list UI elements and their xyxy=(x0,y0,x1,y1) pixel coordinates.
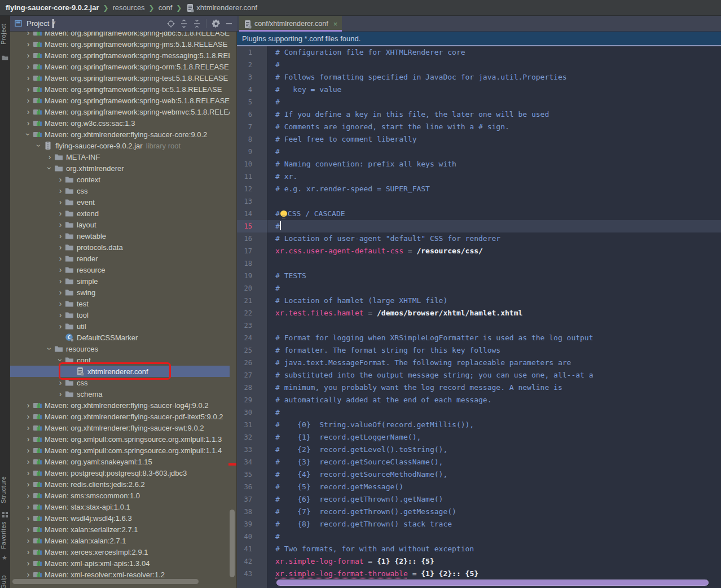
code-line-22[interactable]: 22xr.test.files.hamlet = /demos/browser/… xyxy=(237,307,721,319)
tree-item-maven-xalan-xalan-2-7-1[interactable]: ›Maven: xalan:xalan:2.7.1 xyxy=(10,535,230,546)
chevron-collapsed-icon[interactable]: › xyxy=(24,525,33,534)
tree-item-maven-org-springframework-spring-tx-5-1-[interactable]: ›Maven: org.springframework:spring-tx:5.… xyxy=(10,84,230,95)
chevron-collapsed-icon[interactable]: › xyxy=(56,277,65,286)
tree-item-maven-org-xhtmlrenderer-flying-saucer-co[interactable]: ›Maven: org.xhtmlrenderer:flying-saucer-… xyxy=(10,129,230,140)
expand-all-icon[interactable] xyxy=(179,19,188,28)
tree-item-resource[interactable]: ›resource xyxy=(10,264,230,275)
chevron-collapsed-icon[interactable]: › xyxy=(45,152,54,161)
code-line-30[interactable]: 30# xyxy=(237,406,721,419)
code-line-29[interactable]: 29# automatically added at the end of ea… xyxy=(237,394,721,406)
tree-item-defaultcssmarker[interactable]: CDefaultCSSMarker xyxy=(10,332,230,343)
code-line-6[interactable]: 6# If you define a key in this file, the… xyxy=(237,108,721,121)
chevron-down-icon[interactable]: ▾ xyxy=(52,19,54,28)
chevron-expanded-icon[interactable]: › xyxy=(34,141,43,150)
code-line-42[interactable]: 42xr.simple-log-format = {1} {2}:: {5} xyxy=(237,555,721,568)
code-line-39[interactable]: 39# {8} record.getThrown() stack trace xyxy=(237,518,721,530)
code-line-24[interactable]: 24# Format for logging when XRSimpleLogF… xyxy=(237,332,721,344)
chevron-collapsed-icon[interactable]: › xyxy=(24,62,33,71)
chevron-collapsed-icon[interactable]: › xyxy=(56,231,65,240)
code-line-3[interactable]: 3# Follows formatting specified in JavaD… xyxy=(237,71,721,84)
code-line-36[interactable]: 36# {5} record.getMessage() xyxy=(237,481,721,493)
project-panel-title[interactable]: Project xyxy=(27,19,49,28)
code-line-7[interactable]: 7# Comments are ignored, start the line … xyxy=(237,121,721,133)
tree-item-protocols-data[interactable]: ›protocols.data xyxy=(10,242,230,253)
chevron-collapsed-icon[interactable]: › xyxy=(24,502,33,511)
tree-item-simple[interactable]: ›simple xyxy=(10,275,230,287)
breadcrumb-segment-file[interactable]: xhtmlrenderer.conf xyxy=(196,3,257,12)
tree-item-maven-postgresql-postgresql-8-3-603-jdbc[interactable]: ›Maven: postgresql:postgresql:8.3-603.jd… xyxy=(10,467,230,479)
chevron-collapsed-icon[interactable]: › xyxy=(56,389,65,398)
hide-panel-icon[interactable] xyxy=(224,19,234,28)
tree-item-maven-org-springframework-spring-webmvc-[interactable]: ›Maven: org.springframework:spring-webmv… xyxy=(10,106,230,117)
code-line-18[interactable]: 18 xyxy=(237,257,721,270)
chevron-collapsed-icon[interactable]: › xyxy=(24,446,33,455)
code-line-21[interactable]: 21# Location of hamlet (large XHTML file… xyxy=(237,295,721,307)
breadcrumb-segment-resources[interactable]: resources xyxy=(113,3,145,12)
tree-item-maven-xml-apis-xml-apis-1-3-04[interactable]: ›Maven: xml-apis:xml-apis:1.3.04 xyxy=(10,558,230,569)
tree-item-css[interactable]: ›css xyxy=(10,185,230,196)
chevron-collapsed-icon[interactable]: › xyxy=(56,198,65,207)
editor-horizontal-scrollbar[interactable] xyxy=(276,580,709,586)
panel-vertical-scrollbar[interactable] xyxy=(230,510,235,577)
tree-item-maven-org-yaml-snakeyaml-1-15[interactable]: ›Maven: org.yaml:snakeyaml:1.15 xyxy=(10,456,230,467)
code-line-35[interactable]: 35# {4} record.getSourceMethodName(), xyxy=(237,468,721,481)
chevron-collapsed-icon[interactable]: › xyxy=(56,220,65,229)
chevron-collapsed-icon[interactable]: › xyxy=(56,186,65,195)
tree-item-maven-org-springframework-spring-messagi[interactable]: ›Maven: org.springframework:spring-messa… xyxy=(10,50,230,61)
chevron-collapsed-icon[interactable]: › xyxy=(24,85,33,94)
chevron-collapsed-icon[interactable]: › xyxy=(24,412,33,421)
tree-item-maven-org-springframework-spring-test-5-[interactable]: ›Maven: org.springframework:spring-test:… xyxy=(10,72,230,84)
star-icon[interactable]: ★ xyxy=(2,554,8,561)
tree-item-context[interactable]: ›context xyxy=(10,174,230,185)
code-line-2[interactable]: 2# xyxy=(237,59,721,71)
code-line-5[interactable]: 5# xyxy=(237,96,721,108)
tree-item-maven-org-xhtmlrenderer-flying-saucer-sw[interactable]: ›Maven: org.xhtmlrenderer:flying-saucer-… xyxy=(10,422,230,433)
chevron-collapsed-icon[interactable]: › xyxy=(24,51,33,60)
chevron-collapsed-icon[interactable]: › xyxy=(56,322,65,331)
structure-tool-icon[interactable] xyxy=(2,510,8,517)
chevron-collapsed-icon[interactable]: › xyxy=(24,514,33,523)
code-line-27[interactable]: 27# substituted into the output message … xyxy=(237,369,721,381)
chevron-collapsed-icon[interactable]: › xyxy=(56,254,65,263)
settings-gear-icon[interactable] xyxy=(211,19,221,28)
tree-item-maven-org-xmlpull-com-springsource-org-x[interactable]: ›Maven: org.xmlpull:com.springsource.org… xyxy=(10,433,230,445)
tree-item-maven-org-xhtmlrenderer-flying-saucer-lo[interactable]: ›Maven: org.xhtmlrenderer:flying-saucer-… xyxy=(10,400,230,411)
code-line-17[interactable]: 17xr.css.user-agent-default-css = /resou… xyxy=(237,245,721,257)
code-line-31[interactable]: 31# {0} String.valueOf(record.getMillis(… xyxy=(237,419,721,431)
chevron-collapsed-icon[interactable]: › xyxy=(24,423,33,432)
chevron-collapsed-icon[interactable]: › xyxy=(24,536,33,545)
breadcrumb-segment-conf[interactable]: conf xyxy=(159,3,173,12)
chevron-expanded-icon[interactable]: › xyxy=(45,344,54,353)
locate-icon[interactable] xyxy=(166,19,175,28)
tree-item-maven-wsdl4j-wsdl4j-1-6-3[interactable]: ›Maven: wsdl4j:wsdl4j:1.6.3 xyxy=(10,512,230,524)
tree-item-render[interactable]: ›render xyxy=(10,253,230,264)
tree-item-maven-org-springframework-spring-orm-5-1[interactable]: ›Maven: org.springframework:spring-orm:5… xyxy=(10,61,230,72)
tree-item-maven-redis-clients-jedis-2-6-2[interactable]: ›Maven: redis.clients:jedis:2.6.2 xyxy=(10,479,230,490)
chevron-collapsed-icon[interactable]: › xyxy=(24,435,33,444)
close-tab-icon[interactable]: × xyxy=(333,20,338,28)
code-line-41[interactable]: 41# Two formats, for with and without ex… xyxy=(237,543,721,555)
tree-item-layout[interactable]: ›layout xyxy=(10,219,230,230)
tree-item-maven-org-springframework-spring-jdbc-5-[interactable]: ›Maven: org.springframework:spring-jdbc:… xyxy=(10,32,230,38)
tree-item-tool[interactable]: ›tool xyxy=(10,309,230,321)
chevron-collapsed-icon[interactable]: › xyxy=(24,40,33,49)
tree-item-maven-xerces-xercesimpl-2-9-1[interactable]: ›Maven: xerces:xercesImpl:2.9.1 xyxy=(10,546,230,558)
tree-item-meta-inf[interactable]: ›META-INF xyxy=(10,151,230,163)
tool-button-structure[interactable]: Structure xyxy=(0,473,10,507)
chevron-collapsed-icon[interactable]: › xyxy=(24,547,33,556)
code-line-34[interactable]: 34# {3} record.getSourceClassName(), xyxy=(237,456,721,468)
chevron-collapsed-icon[interactable]: › xyxy=(24,570,33,579)
chevron-collapsed-icon[interactable]: › xyxy=(24,480,33,489)
code-line-8[interactable]: 8# Feel free to comment liberally xyxy=(237,133,721,146)
chevron-collapsed-icon[interactable]: › xyxy=(56,175,65,184)
code-line-43[interactable]: 43xr.simple-log-format-throwable = {1} {… xyxy=(237,568,721,580)
code-line-20[interactable]: 20# xyxy=(237,282,721,295)
chevron-collapsed-icon[interactable]: › xyxy=(56,265,65,274)
tree-item-maven-org-w3c-css-sac-1-3[interactable]: ›Maven: org.w3c.css:sac:1.3 xyxy=(10,117,230,129)
code-line-28[interactable]: 28# minimum, you probably want the log r… xyxy=(237,381,721,394)
chevron-collapsed-icon[interactable]: › xyxy=(56,299,65,308)
intention-bulb-icon[interactable] xyxy=(280,210,287,217)
code-line-11[interactable]: 11# xr. xyxy=(237,170,721,183)
chevron-collapsed-icon[interactable]: › xyxy=(56,310,65,319)
tree-item-schema[interactable]: ›schema xyxy=(10,388,230,400)
